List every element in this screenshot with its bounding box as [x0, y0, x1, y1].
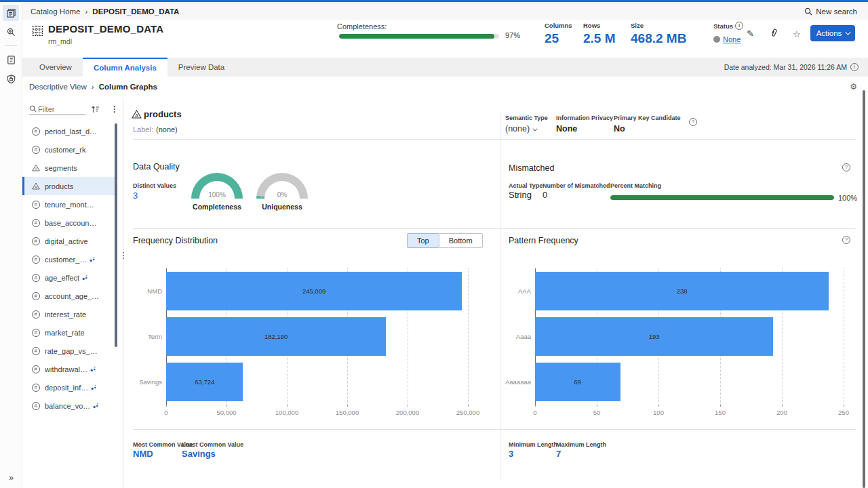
distinct-values-label: Distinct Values	[133, 182, 176, 189]
bar-NMD: 245,009	[166, 272, 462, 310]
completeness-percent: 97%	[505, 31, 520, 39]
sidebar-item-withdrawal[interactable]: #withdrawal…	[22, 360, 115, 378]
completeness-label: Completeness:	[337, 22, 387, 30]
governance-icon[interactable]	[3, 70, 19, 87]
x-tick-label: 0	[533, 409, 536, 416]
sort-icon[interactable]	[91, 105, 100, 113]
column-header-help-icon[interactable]: ?	[689, 118, 697, 126]
percent-matching-label: Percent Matching	[610, 182, 661, 189]
sidebar-item-digital_active[interactable]: #digital_active	[22, 232, 115, 250]
search-icon	[804, 7, 812, 16]
date-analyzed-info-icon[interactable]: i	[850, 63, 859, 71]
breadcrumb-catalog-home[interactable]: Catalog Home	[31, 7, 81, 16]
character-type-icon: A	[31, 182, 40, 190]
tab-column-analysis[interactable]: Column Analysis	[83, 58, 167, 77]
toggle-top-button[interactable]: Top	[407, 233, 439, 248]
sidebar-item-customer_rk[interactable]: #customer_rk	[22, 140, 115, 159]
dataset-library: rm_mdl	[48, 37, 72, 45]
numeric-type-icon: #	[31, 274, 40, 282]
actions-button[interactable]: Actions	[810, 25, 855, 41]
notebook-icon[interactable]	[3, 52, 19, 68]
stat-columns: Columns 25	[545, 22, 572, 46]
distinct-values-value: 3	[133, 190, 138, 201]
filter-input[interactable]	[37, 104, 85, 115]
main-scrollbar[interactable]	[863, 90, 865, 488]
sidebar-item-label: segments	[45, 164, 77, 172]
sidebar-item-label: customer_…	[45, 256, 87, 264]
splitter-drag-handle[interactable]	[121, 247, 125, 264]
column-list-sidebar: ⋮ #period_last_d…#customer_rkAsegmentsAp…	[22, 98, 121, 488]
completeness-progressbar	[339, 34, 499, 39]
x-tick-label: 150,000	[336, 409, 359, 416]
numeric-type-icon: #	[31, 329, 40, 337]
favorite-star-icon[interactable]: ☆	[793, 29, 801, 39]
data-quality-title: Data Quality	[133, 162, 180, 171]
bar-Savings: 63,724	[166, 363, 243, 401]
toggle-bottom-button[interactable]: Bottom	[439, 233, 483, 248]
discover-icon[interactable]	[3, 24, 19, 40]
status-dot-icon	[713, 36, 720, 43]
gridline	[468, 268, 469, 405]
x-tick	[408, 405, 408, 407]
sidebar-item-market_rate[interactable]: #market_rate	[22, 323, 115, 342]
number-mismatched-label: Number of Mismatched	[542, 182, 610, 189]
settings-gear-icon[interactable]: ⚙	[850, 82, 857, 92]
status-none-link[interactable]: None	[723, 35, 741, 43]
bar-value-label: 245,009	[166, 272, 462, 310]
paperclip-icon[interactable]	[770, 28, 778, 38]
least-common-value: Savings	[182, 449, 216, 459]
edit-pencil-icon[interactable]: ✎	[747, 28, 754, 39]
completeness-gauge: 100% Completeness	[186, 173, 248, 211]
catalog-icon[interactable]	[3, 5, 19, 21]
tab-preview-data[interactable]: Preview Data	[167, 58, 235, 77]
sidebar-item-customer_[interactable]: #customer_…	[22, 250, 115, 268]
sidebar-scrollbar[interactable]	[115, 123, 117, 347]
x-tick	[468, 405, 469, 407]
view-breadcrumb: Descriptive View › Column Graphs	[29, 83, 157, 91]
sidebar-item-balance_vo[interactable]: #balance_vo…	[22, 396, 115, 415]
x-tick-label: 100,000	[275, 409, 298, 416]
sidebar-item-interest_rate[interactable]: #interest_rate	[22, 305, 115, 323]
status-info-icon[interactable]: i	[735, 22, 743, 30]
pattern-frequency-help-icon[interactable]: ?	[842, 236, 850, 244]
sidebar-item-deposit_inf[interactable]: #deposit_inf…	[22, 378, 115, 396]
svg-text:A: A	[135, 113, 138, 118]
app-icon-rail: »	[0, 2, 22, 488]
mismatched-help-icon[interactable]: ?	[842, 163, 850, 171]
breadcrumb-current: DEPOSIT_DEMO_DATA	[92, 7, 179, 16]
sidebar-item-account_age_[interactable]: #account_age_…	[22, 287, 115, 305]
numeric-type-icon: #	[31, 384, 40, 392]
new-search-button[interactable]: New search	[804, 7, 857, 16]
bar-AAA: 238	[535, 272, 829, 310]
dataset-icon	[32, 25, 43, 37]
column-list: #period_last_d…#customer_rkAsegmentsApro…	[22, 122, 115, 415]
frequency-distribution-title: Frequency Distribution	[133, 236, 218, 245]
suggestion-sparkle-icon	[93, 403, 99, 409]
filter-search-icon	[29, 103, 37, 115]
tab-overview[interactable]: Overview	[28, 58, 83, 77]
sidebar-item-segments[interactable]: Asegments	[22, 159, 115, 177]
sidebar-item-label: account_age_…	[45, 292, 99, 300]
uniqueness-gauge: 0% Uniqueness	[251, 173, 313, 211]
more-options-kebab-icon[interactable]: ⋮	[111, 104, 119, 114]
status-block: Statusi None	[713, 22, 743, 43]
sidebar-item-base_accoun[interactable]: #base_accoun…	[22, 214, 115, 232]
sidebar-item-label: market_rate	[45, 329, 85, 337]
sidebar-item-age_effect[interactable]: #age_effect	[22, 268, 115, 287]
column-graphs-current: Column Graphs	[99, 83, 157, 91]
y-category-label: Aaaa	[502, 314, 531, 359]
x-tick	[347, 405, 348, 407]
column-divider	[500, 112, 500, 480]
sidebar-item-products[interactable]: Aproducts	[22, 177, 115, 195]
descriptive-view-link[interactable]: Descriptive View	[29, 83, 87, 91]
pattern-frequency-title: Pattern Frequency	[509, 236, 578, 245]
x-tick-label: 200,000	[396, 409, 419, 416]
suggestion-sparkle-icon	[90, 366, 96, 372]
semantic-type-dropdown[interactable]: (none)	[505, 124, 548, 134]
expand-rail-button[interactable]: »	[0, 473, 22, 483]
bar-value-label: 69	[535, 363, 620, 401]
sidebar-item-period_last_d[interactable]: #period_last_d…	[22, 122, 115, 140]
sidebar-item-tenure_mont[interactable]: #tenure_mont…	[22, 195, 115, 214]
pattern-frequency-chart: 050100150200250AAA238Aaaa193Aaaaaaa69	[502, 261, 853, 418]
sidebar-item-rate_gap_vs_[interactable]: #rate_gap_vs_…	[22, 342, 115, 360]
